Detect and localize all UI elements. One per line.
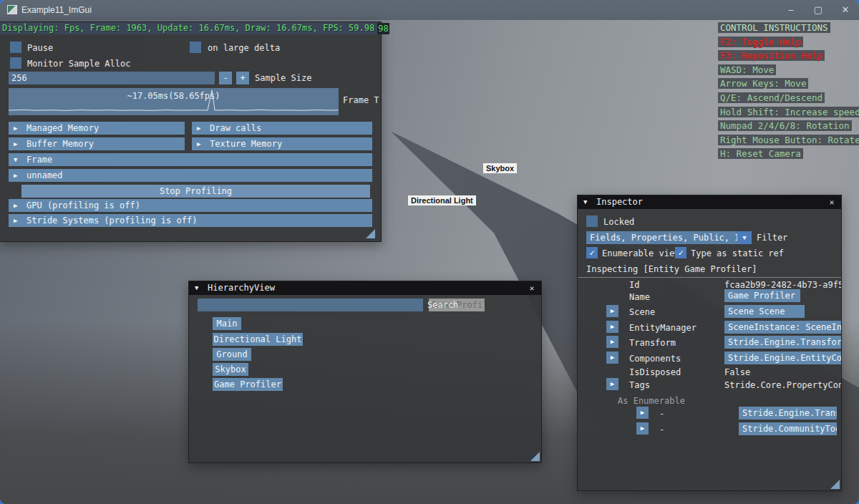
tree-item-ground[interactable]: Ground	[213, 348, 251, 361]
monitor-alloc-checkbox[interactable]	[10, 57, 21, 69]
control-instructions: CONTROL INSTRUCTIONS F2: Toggle Help F3:…	[718, 22, 859, 163]
enumerable-0-label: -	[659, 409, 664, 419]
as-enumerable-header: As Enumerable	[618, 396, 685, 406]
pause-checkbox[interactable]	[10, 42, 21, 53]
pause-label: Pause	[27, 43, 53, 53]
frame-time-plot: ~17.05ms(58.65fps)	[9, 88, 339, 115]
expand-scene-button[interactable]: ▶	[606, 305, 618, 317]
frame-time-plot-label: Frame T	[343, 95, 379, 105]
close-icon[interactable]: ✕	[526, 281, 538, 295]
filter-label: Filter	[757, 233, 787, 243]
combo-arrow-icon[interactable]: ▼	[737, 231, 752, 244]
expand-enumerable-0-button[interactable]: ▶	[636, 407, 649, 419]
separator	[578, 277, 842, 278]
enumerable-view-checkbox[interactable]: ✓	[586, 247, 598, 258]
row-label-id: Id	[629, 280, 639, 290]
tree-item-game-profiler[interactable]: Game Profiler	[213, 378, 283, 391]
tree-item-skybox[interactable]: Skybox	[213, 363, 248, 376]
header-managed-memory[interactable]: ▶ Managed Memory	[9, 122, 185, 135]
os-titlebar: Example11_ImGui – ▢ ✕	[0, 0, 859, 20]
resize-grip[interactable]	[830, 480, 840, 489]
expand-transform-button[interactable]: ▶	[606, 336, 618, 348]
app-title: Example11_ImGui	[21, 5, 92, 15]
instruction-toggle-help: F2: Toggle Help	[718, 37, 803, 47]
fps-counter-fragment: 98	[377, 23, 389, 34]
instruction-line: Q/E: Ascend/Descend	[718, 92, 825, 103]
chevron-down-icon: ▼	[583, 195, 587, 209]
row-value-components-button[interactable]: Stride.Engine.EntityCom	[724, 352, 842, 364]
hierarchy-titlebar[interactable]: ▼ HierarchyView ✕	[189, 281, 541, 295]
chevron-right-icon: ▶	[14, 137, 17, 150]
instruction-line: Right Mouse Button: Rotate	[718, 135, 859, 145]
row-label-isdisposed: IsDisposed	[629, 367, 681, 377]
app-window: Example11_ImGui – ▢ ✕ Skybox Directional…	[0, 0, 859, 504]
inspector-title: Inspector	[596, 195, 643, 209]
close-icon[interactable]: ✕	[826, 195, 838, 209]
row-value-isdisposed: False	[724, 367, 842, 377]
inspecting-text: Inspecting [Entity Game Profiler]	[586, 264, 757, 274]
row-value-entitymanager-button[interactable]: SceneInstance: SceneIns	[724, 321, 842, 334]
resize-grip[interactable]	[366, 229, 375, 238]
hierarchy-title: HierarchyView	[208, 281, 275, 295]
sample-size-decrease-button[interactable]: -	[219, 72, 232, 84]
profiler-window: Displaying: Fps, Frame: 1963, Update: 16…	[0, 21, 382, 242]
expand-components-button[interactable]: ▶	[606, 352, 618, 364]
row-value-transform-button[interactable]: Stride.Engine.Transform	[724, 336, 842, 349]
stop-profiling-button[interactable]: Stop Profiling	[21, 185, 370, 198]
row-label-components: Components	[629, 354, 681, 364]
instruction-line: Hold Shift: Increase speed	[718, 107, 859, 117]
enumerable-1-value-button[interactable]: Stride.CommunityTool	[739, 422, 837, 435]
inspector-window: ▼ Inspector ✕ Locked Fields, Properties,…	[577, 195, 842, 491]
instruction-line: Arrow Keys: Move	[718, 78, 808, 89]
header-texture-memory[interactable]: ▶ Texture Memory	[192, 137, 372, 150]
tree-item-main[interactable]: Main	[213, 317, 241, 330]
chevron-right-icon: ▶	[14, 199, 17, 212]
monitor-alloc-label: Monitor Sample Alloc	[27, 59, 131, 69]
row-value-name-button[interactable]: Game Profiler	[724, 289, 800, 302]
sample-size-label: Sample Size	[255, 73, 311, 83]
instruction-reposition-help: F3: Reposition Help	[718, 50, 825, 61]
row-value-id: fcaa2b99-2482-4b73-a9f5-	[724, 280, 842, 290]
header-gpu[interactable]: ▶ GPU (profiling is off)	[9, 199, 372, 212]
enumerable-view-label: Enumerable view	[602, 248, 679, 258]
chevron-down-icon: ▼	[195, 281, 198, 295]
row-label-tags: Tags	[629, 380, 650, 390]
inspector-titlebar[interactable]: ▼ Inspector ✕	[578, 195, 841, 209]
type-static-ref-checkbox[interactable]: ✓	[675, 247, 686, 258]
expand-enumerable-1-button[interactable]: ▶	[636, 422, 649, 435]
search-input[interactable]	[198, 299, 423, 311]
instructions-title: CONTROL INSTRUCTIONS	[718, 22, 830, 33]
scene-label-skybox: Skybox	[483, 163, 517, 173]
frame-time-sparkline	[9, 88, 339, 115]
instruction-line: Numpad 2/4/6/8: Rotation	[718, 120, 852, 131]
row-label-scene: Scene	[629, 307, 655, 317]
instruction-line: WASD: Move	[718, 64, 776, 75]
row-value-tags: Stride.Core.PropertyCont	[724, 380, 842, 390]
chevron-right-icon: ▶	[14, 214, 17, 227]
chevron-right-icon: ▶	[14, 169, 17, 182]
sample-size-increase-button[interactable]: +	[236, 72, 249, 84]
header-stride-systems[interactable]: ▶ Stride Systems (profiling is off)	[9, 214, 372, 227]
filter-combo[interactable]: Fields, Properties, Public, Insta	[586, 231, 737, 244]
app-icon	[7, 5, 17, 14]
locked-checkbox[interactable]	[586, 215, 598, 227]
large-delta-checkbox[interactable]	[190, 42, 201, 53]
maximize-button[interactable]: ▢	[805, 0, 832, 20]
resize-grip[interactable]	[530, 452, 540, 461]
enumerable-0-value-button[interactable]: Stride.Engine.Transf	[739, 407, 837, 420]
row-value-scene-button[interactable]: Scene Scene	[724, 305, 805, 318]
tree-item-directional-light[interactable]: Directional Light	[213, 333, 303, 346]
profiler-titlebar[interactable]: Displaying: Fps, Frame: 1963, Update: 16…	[0, 22, 377, 34]
close-button[interactable]: ✕	[832, 0, 859, 20]
sample-size-input[interactable]	[9, 72, 215, 84]
header-draw-calls[interactable]: ▶ Draw calls	[192, 122, 372, 135]
large-delta-label: on large delta	[208, 43, 280, 53]
minimize-button[interactable]: –	[777, 0, 805, 20]
expand-entitymanager-button[interactable]: ▶	[606, 321, 618, 333]
header-frame[interactable]: ▼ Frame	[9, 153, 372, 166]
header-buffer-memory[interactable]: ▶ Buffer Memory	[9, 137, 185, 150]
expand-tags-button[interactable]: ▶	[606, 378, 618, 390]
header-unnamed[interactable]: ▶ unnamed	[9, 169, 372, 182]
hierarchy-window: ▼ HierarchyView ✕ Game Profiler Search M…	[188, 281, 542, 463]
locked-label: Locked	[603, 217, 634, 227]
